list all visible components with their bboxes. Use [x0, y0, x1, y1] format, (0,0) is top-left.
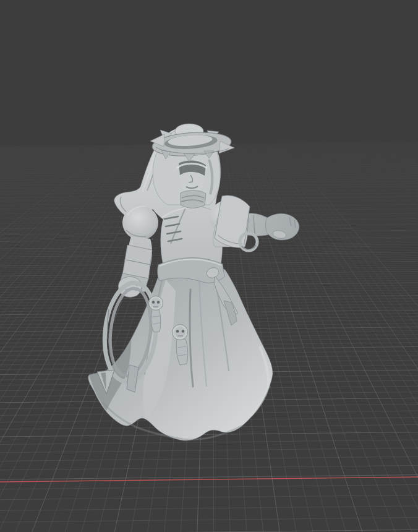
skull-eye: [176, 330, 179, 333]
skull-eye: [157, 301, 160, 303]
skull-eye: [182, 330, 185, 333]
medallion-tab: [151, 309, 160, 332]
neck-wrap[interactable]: [181, 191, 206, 208]
viewport-3d[interactable]: [0, 0, 418, 532]
skull-eye: [152, 301, 155, 303]
